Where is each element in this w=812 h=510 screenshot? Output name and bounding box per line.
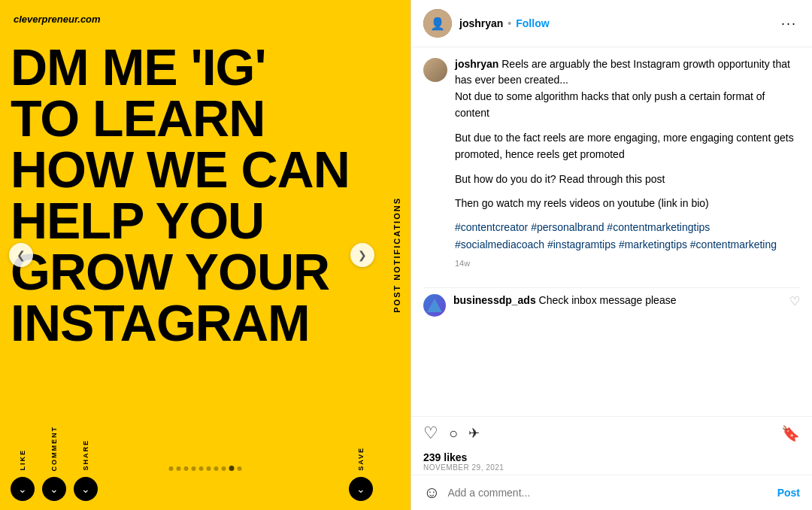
like-label: LIKE — [19, 449, 26, 471]
reply-msg-text: Check inbox message please — [539, 294, 677, 306]
dot-separator: • — [508, 17, 511, 29]
share-circle-button[interactable]: ⌄ — [74, 477, 98, 501]
bottom-action-bar: LIKE ⌄ COMMENT ⌄ SHARE ⌄ SAVE ⌄ — [0, 420, 383, 511]
likes-count[interactable]: 239 likes — [423, 451, 800, 463]
save-circle-button[interactable]: ⌄ — [349, 477, 373, 501]
comment-circle-button[interactable]: ⌄ — [42, 477, 66, 501]
reply-username[interactable]: businessdp_ads — [453, 294, 536, 306]
share-action[interactable]: SHARE ⌄ — [74, 439, 98, 501]
post-notifications-text: POST NOTIFICATIONS — [392, 197, 401, 313]
comment-input[interactable] — [447, 487, 769, 499]
post-detail-panel: 👤 joshryan • Follow ··· joshryan Reels a… — [411, 0, 812, 510]
caption-avatar — [423, 58, 447, 82]
save-label: SAVE — [357, 447, 365, 471]
like-circle-button[interactable]: ⌄ — [11, 477, 35, 501]
caption-timestamp: 14w — [455, 257, 800, 271]
caption-para5: Then go watch my reels videos on youtube… — [455, 195, 800, 211]
post-date: NOVEMBER 29, 2021 — [423, 463, 800, 472]
save-action[interactable]: SAVE ⌄ — [349, 447, 373, 501]
site-url: cleverpreneur.com — [14, 14, 101, 25]
caption-body: Not due to some algorithm hacks that onl… — [455, 88, 800, 271]
post-actions-bar: ♡ ○ ✈ 🔖 — [411, 416, 812, 450]
caption-para3: But due to the fact reels are more engag… — [455, 129, 800, 163]
post-header: 👤 joshryan • Follow ··· — [411, 0, 812, 47]
comment-action[interactable]: COMMENT ⌄ — [42, 426, 66, 502]
caption-text: joshryan Reels are arguably the best Ins… — [455, 56, 800, 88]
main-heading: DM ME 'IG' TO LEARN HOW WE CAN HELP YOU … — [11, 41, 374, 348]
follow-button[interactable]: Follow — [516, 17, 549, 29]
emoji-button[interactable]: ☺ — [423, 483, 440, 502]
likes-section: 239 likes NOVEMBER 29, 2021 — [411, 450, 812, 475]
caption-section: joshryan Reels are arguably the best Ins… — [423, 56, 800, 278]
post-notifications-sidebar: POST NOTIFICATIONS — [383, 0, 411, 510]
avatar[interactable]: 👤 — [423, 9, 452, 38]
like-post-button[interactable]: ♡ — [423, 425, 438, 442]
heading-line1: DM ME 'IG' TO LEARN HOW WE CAN HELP YOU … — [11, 41, 374, 348]
caption-para4: But how do you do it? Read through this … — [455, 171, 800, 187]
caption-username[interactable]: joshryan — [455, 58, 498, 70]
more-options-button[interactable]: ··· — [778, 16, 800, 32]
comment-label: COMMENT — [50, 426, 58, 472]
bookmark-button[interactable]: 🔖 — [781, 424, 800, 442]
reply-text-content: businessdp_ads Check inbox message pleas… — [453, 294, 782, 306]
share-label: SHARE — [82, 439, 89, 471]
post-image-panel: cleverpreneur.com POST NOTIFICATIONS DM … — [0, 0, 411, 510]
caption-line1: Reels are arguably the best Instagram gr… — [455, 58, 790, 86]
post-body: joshryan Reels are arguably the best Ins… — [411, 47, 812, 416]
comment-post-button[interactable]: ○ — [449, 426, 458, 441]
next-slide-button[interactable]: ❯ — [350, 243, 374, 267]
add-comment-row: ☺ Post — [411, 475, 812, 510]
reply-comment: businessdp_ads Check inbox message pleas… — [423, 287, 800, 323]
header-info: joshryan • Follow — [459, 17, 771, 29]
reply-avatar — [423, 294, 446, 317]
hashtags[interactable]: #contentcreator #personalbrand #contentm… — [455, 219, 800, 253]
bottom-actions-group: LIKE ⌄ COMMENT ⌄ SHARE ⌄ — [11, 426, 98, 502]
post-comment-button[interactable]: Post — [777, 487, 800, 499]
caption-para2: Not due to some algorithm hacks that onl… — [455, 88, 800, 122]
header-username[interactable]: joshryan — [459, 17, 503, 29]
share-post-button[interactable]: ✈ — [468, 427, 480, 440]
reply-heart-icon[interactable]: ♡ — [789, 294, 800, 308]
prev-slide-button[interactable]: ❮ — [9, 243, 33, 267]
like-action[interactable]: LIKE ⌄ — [11, 449, 35, 501]
caption-content: joshryan Reels are arguably the best Ins… — [455, 56, 800, 278]
